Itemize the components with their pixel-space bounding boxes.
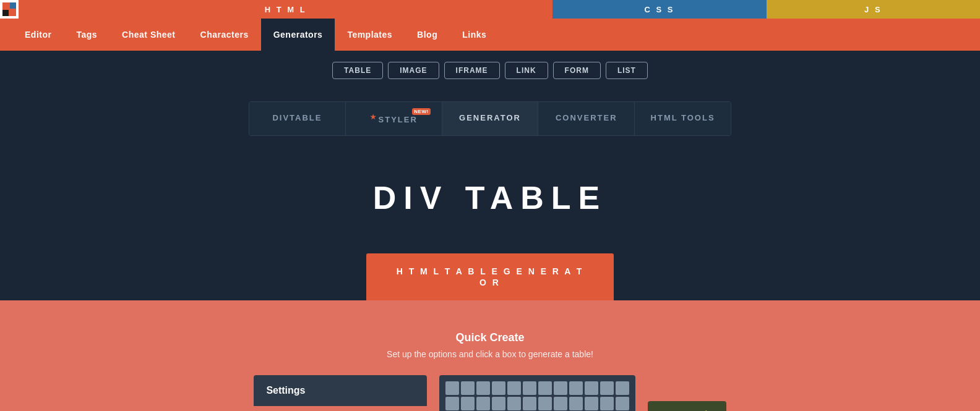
nav-editor[interactable]: Editor bbox=[12, 19, 64, 51]
new-badge: NEW! bbox=[412, 108, 430, 115]
nav-characters[interactable]: Characters bbox=[188, 19, 261, 51]
sub-nav-table[interactable]: TABLE bbox=[332, 62, 383, 79]
grid-cell[interactable] bbox=[507, 397, 521, 410]
quick-create-subtitle: Set up the options and click a box to ge… bbox=[0, 349, 980, 359]
sub-nav: TABLE IMAGE IFRAME LINK FORM LIST bbox=[0, 51, 980, 89]
tab-divtable[interactable]: DIVTABLE bbox=[249, 102, 346, 135]
generator-banner-text: H T M L T A B L E G E N E R A T O R bbox=[397, 266, 584, 287]
grid-cell[interactable] bbox=[492, 397, 505, 410]
grid-cell[interactable] bbox=[554, 381, 567, 395]
grid-cell[interactable] bbox=[616, 397, 629, 410]
nav-blog[interactable]: Blog bbox=[405, 19, 450, 51]
grid-cell[interactable] bbox=[538, 381, 552, 395]
nav-cheatsheet[interactable]: Cheat Sheet bbox=[110, 19, 187, 51]
nav-generators[interactable]: Generators bbox=[261, 19, 335, 51]
js-nav[interactable]: J S bbox=[767, 0, 980, 19]
nav-links[interactable]: Links bbox=[450, 19, 499, 51]
html-nav[interactable]: H T M L bbox=[19, 0, 552, 19]
tab-htmltools[interactable]: HTML TOOLS bbox=[635, 102, 731, 135]
grid-cell[interactable] bbox=[585, 381, 598, 395]
grid-cell[interactable] bbox=[616, 381, 629, 395]
grid-cell[interactable] bbox=[600, 397, 614, 410]
sub-nav-iframe[interactable]: IFRAME bbox=[444, 62, 500, 79]
sub-nav-form[interactable]: FORM bbox=[553, 62, 601, 79]
new-star: ★ bbox=[370, 113, 377, 121]
grid-cell[interactable] bbox=[523, 397, 536, 410]
table-grid[interactable] bbox=[439, 375, 635, 411]
grid-cell[interactable] bbox=[476, 397, 490, 410]
grid-cell[interactable] bbox=[538, 397, 552, 410]
bottom-row: Settings bbox=[0, 369, 980, 411]
tab-converter[interactable]: CONVERTER bbox=[538, 102, 635, 135]
grid-cell[interactable] bbox=[554, 397, 567, 410]
tab-styler-label: STYLER bbox=[379, 115, 418, 124]
nav-templates[interactable]: Templates bbox=[335, 19, 405, 51]
quick-create-title: Quick Create bbox=[0, 331, 980, 344]
sub-nav-list[interactable]: LIST bbox=[606, 62, 648, 79]
sub-nav-image[interactable]: IMAGE bbox=[388, 62, 439, 79]
grid-cell[interactable] bbox=[445, 397, 459, 410]
grid-cell[interactable] bbox=[507, 381, 521, 395]
grid-cell[interactable] bbox=[569, 381, 583, 395]
grid-cell[interactable] bbox=[461, 381, 475, 395]
settings-box: Settings bbox=[254, 375, 427, 406]
grid-cell[interactable] bbox=[445, 381, 459, 395]
grid-cell[interactable] bbox=[585, 397, 598, 410]
css-nav[interactable]: C S S bbox=[552, 0, 766, 19]
settings-title: Settings bbox=[266, 385, 415, 396]
grid-cell[interactable] bbox=[476, 381, 490, 395]
quick-create: Quick Create Set up the options and clic… bbox=[0, 319, 980, 369]
grid-cell[interactable] bbox=[461, 397, 475, 410]
main-title: DIV TABLE bbox=[0, 148, 980, 253]
top-nav: H T M L C S S J S bbox=[0, 0, 980, 19]
tab-generator[interactable]: GENERATOR bbox=[442, 102, 539, 135]
lower-section: Quick Create Set up the options and clic… bbox=[0, 300, 980, 411]
grid-cell[interactable] bbox=[569, 397, 583, 410]
logo[interactable] bbox=[0, 0, 19, 19]
second-nav: Editor Tags Cheat Sheet Characters Gener… bbox=[0, 19, 980, 51]
grid-cell[interactable] bbox=[600, 381, 614, 395]
tool-tabs: DIVTABLE ★STYLER NEW! GENERATOR CONVERTE… bbox=[249, 101, 731, 136]
nav-tags[interactable]: Tags bbox=[64, 19, 110, 51]
logo-icon bbox=[2, 2, 16, 16]
grid-cell[interactable] bbox=[492, 381, 505, 395]
generator-banner: H T M L T A B L E G E N E R A T O R bbox=[366, 253, 614, 300]
sub-nav-link[interactable]: LINK bbox=[505, 62, 548, 79]
grid-cell[interactable] bbox=[523, 381, 536, 395]
tab-styler[interactable]: ★STYLER NEW! bbox=[346, 102, 442, 135]
styler-button[interactable]: # Styler 🌟 bbox=[648, 401, 726, 411]
